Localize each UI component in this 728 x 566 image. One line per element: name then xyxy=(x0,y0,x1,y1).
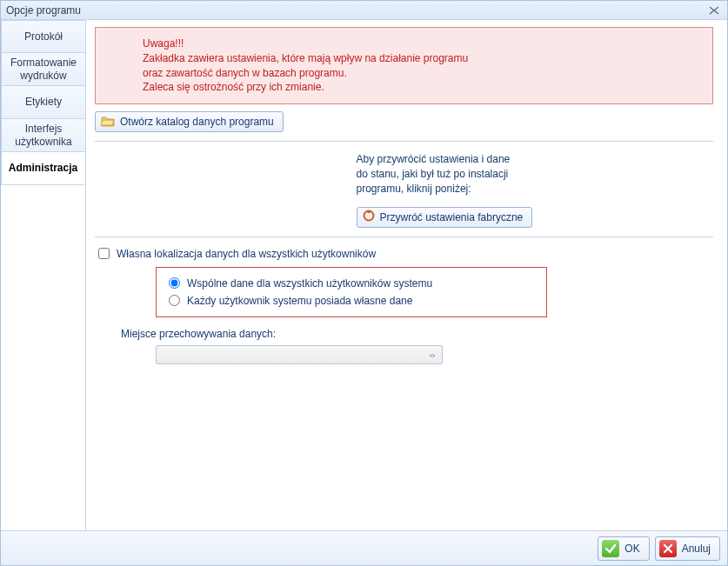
warning-line: oraz zawartość danych w bazach programu. xyxy=(143,66,700,81)
close-icon[interactable] xyxy=(706,4,722,17)
divider xyxy=(95,236,713,237)
radio-shared-row[interactable]: Wspólne dane dla wszystkich użytkowników… xyxy=(169,275,534,292)
tab-label: Interfejs użytkownika xyxy=(7,123,80,148)
open-catalog-button[interactable]: Otwórz katalog danych programu xyxy=(95,111,284,132)
tab-etykiety[interactable]: Etykiety xyxy=(1,86,85,119)
warning-box: Uwaga!!! Zakładka zawiera ustawienia, kt… xyxy=(95,27,713,104)
tab-administracja[interactable]: Administracja xyxy=(1,152,85,185)
tab-label: Etykiety xyxy=(25,96,62,108)
options-window: Opcje programu Protokół Formatowanie wyd… xyxy=(0,0,728,566)
own-location-checkbox[interactable] xyxy=(98,248,110,259)
titlebar: Opcje programu xyxy=(1,1,727,20)
radio-label: Wspólne dane dla wszystkich użytkowników… xyxy=(187,277,432,290)
tab-label: Formatowanie wydruków xyxy=(7,57,80,82)
warning-title: Uwaga!!! xyxy=(143,37,700,51)
window-title: Opcje programu xyxy=(6,4,706,17)
tab-interfejs[interactable]: Interfejs użytkownika xyxy=(1,119,85,152)
window-body: Protokół Formatowanie wydruków Etykiety … xyxy=(1,20,727,530)
tab-strip: Protokół Formatowanie wydruków Etykiety … xyxy=(1,20,86,530)
restore-line: programu, kliknij poniżej: xyxy=(357,182,548,196)
restore-line: Aby przywrócić ustawienia i dane xyxy=(357,152,548,167)
tab-label: Protokół xyxy=(24,30,63,43)
own-location-checkbox-row[interactable]: Własna lokalizacja danych dla wszystkich… xyxy=(98,248,713,260)
warning-line: Zaleca się ostrożność przy ich zmianie. xyxy=(143,80,700,95)
restore-line: do stanu, jaki był tuż po instalacji xyxy=(357,167,548,182)
checkbox-label: Własna lokalizacja danych dla wszystkich… xyxy=(117,248,376,260)
storage-location-combo[interactable] xyxy=(156,345,443,364)
radio-shared[interactable] xyxy=(169,277,180,289)
dialog-footer: OK Anuluj xyxy=(1,530,727,565)
cancel-button[interactable]: Anuluj xyxy=(655,536,720,561)
check-icon xyxy=(602,540,619,557)
radio-individual[interactable] xyxy=(169,295,180,306)
ok-button[interactable]: OK xyxy=(598,536,649,561)
data-mode-radio-group: Wspólne dane dla wszystkich użytkowników… xyxy=(156,267,547,317)
tab-label: Administracja xyxy=(9,162,77,174)
folder-icon xyxy=(101,115,115,130)
x-icon xyxy=(659,540,677,557)
tab-formatowanie[interactable]: Formatowanie wydruków xyxy=(1,53,85,86)
button-label: Przywróć ustawienia fabryczne xyxy=(380,211,524,223)
tab-protokol[interactable]: Protokół xyxy=(1,20,85,53)
restore-block-inner: Aby przywrócić ustawienia i dane do stan… xyxy=(357,152,548,227)
reset-icon xyxy=(363,210,375,224)
restore-factory-button[interactable]: Przywróć ustawienia fabryczne xyxy=(357,207,533,228)
button-label: OK xyxy=(624,543,639,555)
tab-content: Uwaga!!! Zakładka zawiera ustawienia, kt… xyxy=(86,20,727,530)
restore-block: Aby przywrócić ustawienia i dane do stan… xyxy=(95,152,713,227)
radio-individual-row[interactable]: Każdy użytkownik systemu posiada własne … xyxy=(169,292,534,310)
restore-text: Aby przywrócić ustawienia i dane do stan… xyxy=(357,152,548,196)
chevron-down-icon xyxy=(426,350,438,362)
warning-line: Zakładka zawiera ustawienia, które mają … xyxy=(143,51,700,66)
divider xyxy=(95,141,713,142)
button-label: Anuluj xyxy=(682,543,711,555)
radio-label: Każdy użytkownik systemu posiada własne … xyxy=(187,295,412,307)
button-label: Otwórz katalog danych programu xyxy=(120,116,274,128)
storage-label: Miejsce przechowywania danych: xyxy=(121,328,713,340)
